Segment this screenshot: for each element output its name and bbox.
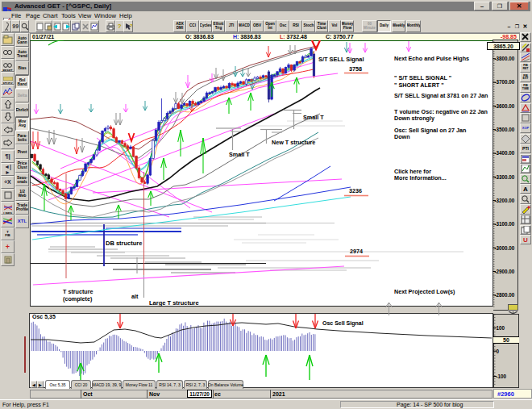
svg-text:Large T structure: Large T structure [149,299,199,307]
svg-text:" S/T SELL SIGNAL ": " S/T SELL SIGNAL " [394,74,451,81]
svg-text:" SHORT ALERT ": " SHORT ALERT " [394,81,444,89]
svg-text:3758: 3758 [349,65,362,73]
svg-text:Next Echo and Pulse Highs: Next Echo and Pulse Highs [394,55,469,62]
svg-text:More Information...: More Information... [394,174,447,182]
svg-text:2974: 2974 [350,248,363,255]
svg-text:-3800.00: -3800.00 [495,56,515,61]
svg-text:-3500.00: -3500.00 [495,127,515,132]
svg-text:Small T: Small T [229,151,250,158]
svg-text:Osc 5,35: Osc 5,35 [32,314,56,320]
svg-text:Small T: Small T [303,114,324,121]
svg-text:-3400.00: -3400.00 [495,150,515,156]
svg-text:?: ? [130,23,132,28]
svg-text:-3700.00: -3700.00 [495,79,515,85]
svg-text:100: 100 [497,325,505,331]
svg-text:-100: -100 [497,374,507,379]
svg-text:-3600.00: -3600.00 [495,103,515,109]
svg-text:-3000.00: -3000.00 [495,245,515,251]
svg-text:T structure: T structure [63,288,94,295]
svg-text:DB structure: DB structure [106,240,142,247]
svg-text:-2900.00: -2900.00 [495,269,515,274]
svg-text:(complete): (complete) [63,295,93,303]
svg-text:3236: 3236 [349,187,362,194]
svg-text:S/T SELL Signal: S/T SELL Signal [318,56,364,63]
svg-text:Next Projected Low(s): Next Projected Low(s) [394,288,455,295]
svg-text:-3300.00: -3300.00 [495,174,515,180]
svg-text:-2800.00: -2800.00 [495,292,515,298]
svg-text:alt: alt [131,293,139,300]
svg-text:0: 0 [497,348,500,354]
svg-text:S/T SELL Signal at 3781 on 27: S/T SELL Signal at 3781 on 27 Jan [394,92,488,99]
svg-text:Down: Down [394,133,410,140]
svg-text:-3100.00: -3100.00 [495,221,515,227]
svg-text:-3200.00: -3200.00 [495,198,515,203]
svg-text:New T structure: New T structure [272,139,315,146]
svg-text:Osc Sell Signal: Osc Sell Signal [322,320,364,327]
svg-text:Down strongly: Down strongly [394,115,434,122]
